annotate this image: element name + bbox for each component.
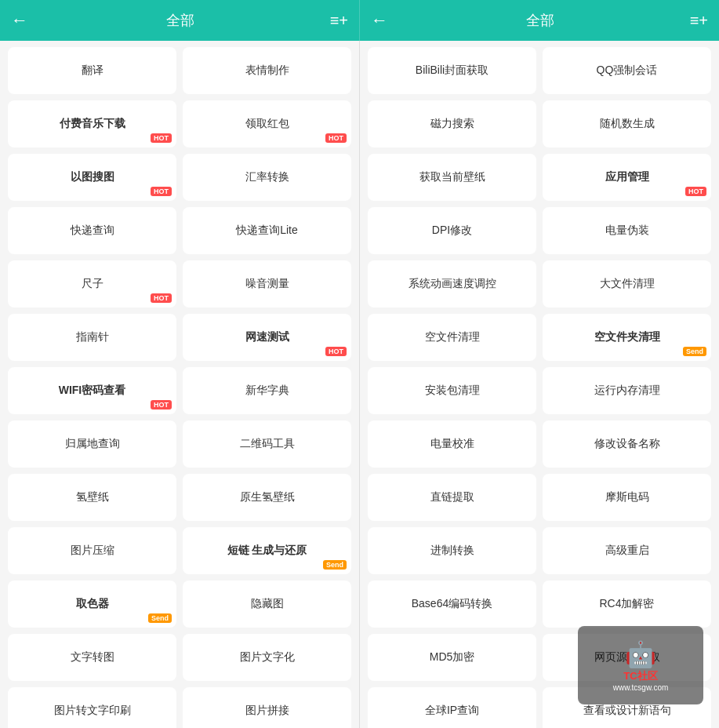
content-area: 翻译表情制作付费音乐下载HOT领取红包HOT以图搜图HOT汇率转换快递查询快递查… (0, 41, 719, 728)
item-label: 摩斯电码 (605, 490, 649, 504)
list-item[interactable]: 新华字典 (183, 367, 351, 414)
item-label: 文字转图 (71, 650, 114, 664)
list-item[interactable]: 网页源码获取 (543, 634, 711, 681)
list-item[interactable]: 图片文字化 (183, 634, 351, 681)
item-label: RC4加解密 (599, 597, 654, 611)
item-label: 空文件夹清理 (594, 330, 660, 344)
right-items-grid: BiliBili封面获取QQ强制会话磁力搜索随机数生成获取当前壁纸应用管理HOT… (368, 47, 711, 728)
list-item[interactable]: 磁力搜索 (368, 100, 536, 147)
list-item[interactable]: 文字转图 (8, 634, 176, 681)
left-items-grid: 翻译表情制作付费音乐下载HOT领取红包HOT以图搜图HOT汇率转换快递查询快递查… (8, 47, 351, 728)
right-panel: BiliBili封面获取QQ强制会话磁力搜索随机数生成获取当前壁纸应用管理HOT… (359, 41, 719, 728)
list-item[interactable]: 空文件夹清理Send (543, 314, 711, 361)
list-item[interactable]: 高级重启 (543, 527, 711, 574)
status-badge: HOT (151, 187, 172, 196)
list-item[interactable]: 翻译 (8, 47, 176, 94)
top-bars: ← 全部 ≡+ ← 全部 ≡+ (0, 0, 719, 41)
item-label: Base64编码转换 (412, 597, 492, 611)
item-label: 磁力搜索 (430, 117, 474, 131)
list-item[interactable]: 指南针 (8, 314, 176, 361)
list-item[interactable]: 安装包清理 (368, 367, 536, 414)
item-label: 快递查询 (71, 224, 114, 238)
item-label: 运行内存清理 (594, 384, 660, 398)
item-label: 付费音乐下载 (60, 117, 125, 131)
list-item[interactable]: 汇率转换 (183, 154, 351, 201)
list-item[interactable]: 二维码工具 (183, 420, 351, 468)
item-label: 隐藏图 (251, 597, 284, 611)
right-back-button[interactable]: ← (371, 10, 388, 31)
right-top-bar: ← 全部 ≡+ (359, 0, 719, 41)
list-item[interactable]: 表情制作 (183, 47, 351, 94)
list-item[interactable]: 短链 生成与还原Send (183, 527, 351, 574)
list-item[interactable]: 查看或设计新语句 (543, 687, 711, 728)
list-item[interactable]: BiliBili封面获取 (368, 47, 536, 94)
item-label: 图片转文字印刷 (54, 704, 131, 718)
item-label: 全球IP查询 (425, 704, 479, 718)
list-item[interactable]: Base64编码转换 (368, 581, 536, 628)
item-label: 网页源码获取 (594, 650, 660, 664)
item-label: 氢壁纸 (76, 490, 109, 504)
item-label: 获取当前壁纸 (419, 170, 485, 184)
list-item[interactable]: 图片压缩 (8, 527, 176, 574)
list-item[interactable]: 运行内存清理 (543, 367, 711, 414)
list-item[interactable]: 氢壁纸 (8, 474, 176, 521)
list-item[interactable]: 领取红包HOT (183, 100, 351, 147)
item-label: 尺子 (82, 277, 103, 291)
list-item[interactable]: DPI修改 (368, 207, 536, 254)
item-label: 新华字典 (245, 384, 289, 398)
list-item[interactable]: 电量校准 (368, 420, 536, 468)
item-label: 图片文字化 (240, 650, 295, 664)
list-item[interactable]: MD5加密 (368, 634, 536, 681)
item-label: 进制转换 (430, 544, 474, 558)
item-label: 修改设备名称 (594, 437, 660, 451)
list-item[interactable]: 随机数生成 (543, 100, 711, 147)
item-label: 原生氢壁纸 (240, 490, 295, 504)
list-item[interactable]: 快递查询Lite (183, 207, 351, 254)
status-badge: Send (323, 560, 347, 570)
item-label: 电量伪装 (605, 224, 649, 238)
item-label: 指南针 (76, 330, 109, 344)
item-label: 翻译 (82, 64, 103, 78)
list-item[interactable]: 以图搜图HOT (8, 154, 176, 201)
item-label: 汇率转换 (245, 170, 289, 184)
list-item[interactable]: 隐藏图 (183, 581, 351, 628)
left-action-button[interactable]: ≡+ (330, 12, 348, 30)
list-item[interactable]: 系统动画速度调控 (368, 260, 536, 308)
list-item[interactable]: WIFI密码查看HOT (8, 367, 176, 414)
list-item[interactable]: 修改设备名称 (543, 420, 711, 468)
list-item[interactable]: 噪音测量 (183, 260, 351, 308)
list-item[interactable]: 全球IP查询 (368, 687, 536, 728)
list-item[interactable]: 图片拼接 (183, 687, 351, 728)
list-item[interactable]: RC4加解密 (543, 581, 711, 628)
item-label: 直链提取 (430, 490, 474, 504)
right-panel-title: 全部 (396, 11, 685, 30)
status-badge: HOT (151, 400, 172, 410)
list-item[interactable]: QQ强制会话 (543, 47, 711, 94)
item-label: 图片拼接 (245, 704, 289, 718)
right-action-button[interactable]: ≡+ (690, 12, 708, 30)
left-panel: 翻译表情制作付费音乐下载HOT领取红包HOT以图搜图HOT汇率转换快递查询快递查… (0, 41, 359, 728)
list-item[interactable]: 进制转换 (368, 527, 536, 574)
item-label: 系统动画速度调控 (409, 277, 496, 291)
list-item[interactable]: 快递查询 (8, 207, 176, 254)
list-item[interactable]: 大文件清理 (543, 260, 711, 308)
left-back-button[interactable]: ← (11, 10, 28, 31)
list-item[interactable]: 归属地查询 (8, 420, 176, 468)
item-label: BiliBili封面获取 (416, 64, 488, 78)
item-label: 高级重启 (605, 544, 649, 558)
list-item[interactable]: 空文件清理 (368, 314, 536, 361)
item-label: 大文件清理 (600, 277, 655, 291)
list-item[interactable]: 应用管理HOT (543, 154, 711, 201)
list-item[interactable]: 电量伪装 (543, 207, 711, 254)
list-item[interactable]: 尺子HOT (8, 260, 176, 308)
list-item[interactable]: 网速测试HOT (183, 314, 351, 361)
list-item[interactable]: 付费音乐下载HOT (8, 100, 176, 147)
list-item[interactable]: 取色器Send (8, 581, 176, 628)
item-label: DPI修改 (432, 224, 472, 238)
list-item[interactable]: 摩斯电码 (543, 474, 711, 521)
status-badge: HOT (151, 293, 172, 303)
list-item[interactable]: 获取当前壁纸 (368, 154, 536, 201)
list-item[interactable]: 直链提取 (368, 474, 536, 521)
list-item[interactable]: 图片转文字印刷 (8, 687, 176, 728)
list-item[interactable]: 原生氢壁纸 (183, 474, 351, 521)
